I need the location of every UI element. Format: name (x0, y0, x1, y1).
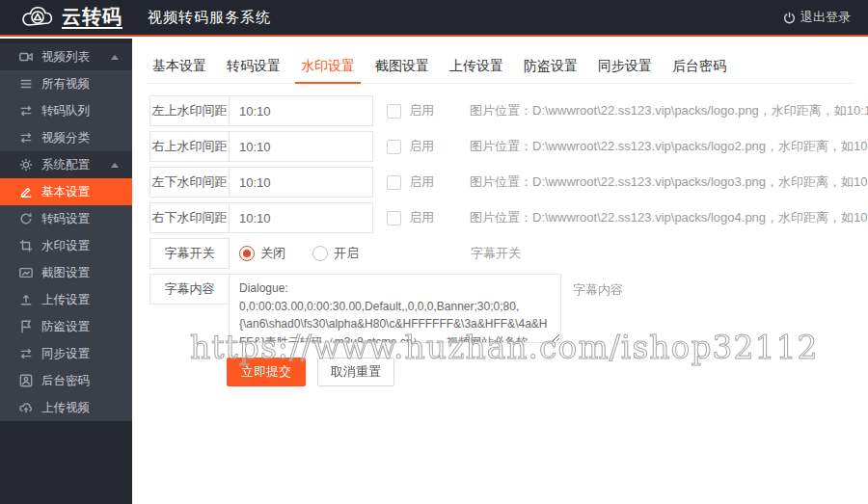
tab-upload-settings[interactable]: 上传设置 (444, 48, 509, 83)
enable-checkbox[interactable] (387, 140, 401, 154)
edit-icon (19, 185, 33, 199)
sidebar-item-label: 同步设置 (41, 346, 90, 362)
form-row-subtitle-content: 字幕内容 Dialogue: 0,0:00:03.00,0:00:30.00,D… (149, 274, 868, 343)
cloud-logo-icon (19, 5, 58, 30)
sidebar-item-video-list[interactable]: 视频列表 (0, 43, 132, 70)
video-camera-icon (19, 50, 33, 64)
tab-watermark-settings[interactable]: 水印设置 (295, 48, 361, 83)
subtitle-off-radio[interactable] (239, 246, 255, 261)
form-row-top-right-watermark: 右上水印间距 启用 图片位置：D:\wwwroot\22.ss123.vip\p… (149, 131, 868, 162)
sidebar-item-system-config[interactable]: 系统配置 (0, 151, 132, 178)
sidebar-item-label: 截图设置 (41, 265, 90, 281)
sidebar-item-video-category[interactable]: 视频分类 (0, 124, 132, 151)
field-label: 字幕开关 (149, 238, 230, 269)
sidebar-item-sync-settings[interactable]: 同步设置 (0, 340, 132, 367)
bottom-left-spacing-input[interactable] (229, 167, 373, 198)
logout-button[interactable]: 退出登录 (783, 9, 851, 26)
power-icon (783, 12, 796, 24)
sidebar-item-label: 基本设置 (41, 184, 90, 200)
enable-checkbox[interactable] (387, 175, 401, 190)
main-content: 基本设置 转码设置 水印设置 截图设置 上传设置 防盗设置 同步设置 后台密码 … (132, 39, 868, 504)
logout-label: 退出登录 (800, 9, 851, 26)
radio-label: 关闭 (260, 245, 285, 262)
sidebar-item-admin-password[interactable]: 后台密码 (0, 367, 132, 394)
field-label: 字幕内容 (149, 274, 230, 305)
field-label: 右下水印间距 (149, 202, 230, 233)
radio-label: 开启 (334, 245, 359, 262)
sidebar-item-label: 视频列表 (41, 49, 90, 66)
top-right-spacing-input[interactable] (229, 131, 373, 162)
tab-sync-settings[interactable]: 同步设置 (592, 48, 658, 83)
list-icon (19, 77, 33, 91)
subtitle-content-textarea[interactable]: Dialogue: 0,0:00:03.00,0:00:30.00,Defaul… (229, 274, 561, 343)
sidebar-item-transcode-queue[interactable]: 转码队列 (0, 97, 132, 124)
field-label: 右上水印间距 (149, 131, 230, 162)
sync-icon (19, 347, 33, 360)
tab-admin-password[interactable]: 后台密码 (666, 48, 732, 83)
form-row-top-left-watermark: 左上水印间距 启用 图片位置：D:\wwwroot\22.ss123.vip\p… (149, 95, 868, 126)
sidebar-item-watermark-settings[interactable]: 水印设置 (0, 232, 132, 259)
upload-icon (19, 293, 33, 306)
sidebar-item-label: 视频分类 (41, 130, 90, 146)
refresh-icon (19, 212, 33, 225)
app-logo[interactable]: 云转码 (0, 5, 122, 30)
checkbox-label: 启用 (409, 173, 434, 191)
checkbox-label: 启用 (409, 138, 434, 155)
sidebar-item-all-videos[interactable]: 所有视频 (0, 70, 132, 97)
enable-checkbox[interactable] (387, 104, 401, 119)
collapse-arrow-icon (111, 55, 119, 60)
sidebar-item-basic-settings[interactable]: 基本设置 (0, 178, 132, 205)
subtitle-switch-radio-group: 关闭 开启 (239, 238, 471, 269)
crop-icon (19, 239, 33, 252)
sidebar-item-label: 水印设置 (41, 238, 90, 254)
field-label: 左下水印间距 (149, 167, 230, 198)
sidebar: 视频列表 所有视频 转码队列 视频分类 系统配置 (0, 39, 132, 504)
sidebar-item-label: 转码队列 (41, 103, 90, 119)
flag-icon (19, 320, 33, 333)
exchange-icon (19, 104, 33, 118)
exchange-icon (19, 131, 33, 145)
form-row-bottom-right-watermark: 右下水印间距 启用 图片位置：D:\wwwroot\22.ss123.vip\p… (149, 202, 868, 233)
subtitle-on-radio[interactable] (312, 246, 328, 261)
field-hint: 图片位置：D:\wwwroot\22.ss123.vip\packs/logo4… (470, 209, 868, 226)
sidebar-item-label: 转码设置 (41, 211, 90, 227)
sidebar-item-antitheft-settings[interactable]: 防盗设置 (0, 313, 132, 340)
gear-icon (19, 158, 33, 172)
sidebar-item-upload-settings[interactable]: 上传设置 (0, 286, 132, 313)
checkbox-label: 启用 (409, 209, 434, 226)
submit-button[interactable]: 立即提交 (227, 358, 306, 386)
bottom-right-spacing-input[interactable] (229, 202, 373, 233)
field-hint: 字幕内容 (573, 274, 623, 299)
cloud-upload-icon (19, 401, 33, 414)
reset-button[interactable]: 取消重置 (317, 358, 394, 386)
field-hint: 图片位置：D:\wwwroot\22.ss123.vip\packs/logo3… (470, 173, 868, 191)
sidebar-item-screenshot-settings[interactable]: 截图设置 (0, 259, 132, 286)
enable-checkbox-group: 启用 (387, 167, 470, 198)
form-row-subtitle-switch: 字幕开关 关闭 开启 字幕开关 (149, 238, 868, 269)
app-window: 云转码 视频转码服务系统 退出登录 视频列表 所有视频 (0, 0, 868, 504)
form-row-bottom-left-watermark: 左下水印间距 启用 图片位置：D:\wwwroot\22.ss123.vip\p… (149, 167, 868, 198)
sidebar-item-label: 系统配置 (41, 157, 90, 173)
collapse-arrow-icon (111, 163, 119, 168)
watermark-settings-form: 左上水印间距 启用 图片位置：D:\wwwroot\22.ss123.vip\p… (132, 84, 868, 386)
sidebar-item-label: 上传视频 (41, 400, 90, 416)
logo-text: 云转码 (62, 6, 122, 29)
enable-checkbox-group: 启用 (387, 202, 470, 233)
sidebar-item-upload-video[interactable]: 上传视频 (0, 394, 132, 421)
tab-transcode-settings[interactable]: 转码设置 (221, 48, 286, 83)
tab-screenshot-settings[interactable]: 截图设置 (369, 48, 435, 83)
tab-basic-settings[interactable]: 基本设置 (147, 48, 212, 83)
sidebar-item-label: 上传设置 (41, 292, 90, 308)
enable-checkbox[interactable] (387, 211, 401, 225)
sidebar-item-transcode-settings[interactable]: 转码设置 (0, 205, 132, 232)
enable-checkbox-group: 启用 (387, 131, 470, 162)
settings-tabbar: 基本设置 转码设置 水印设置 截图设置 上传设置 防盗设置 同步设置 后台密码 (147, 48, 854, 84)
sidebar-item-label: 后台密码 (41, 373, 90, 389)
tab-antitheft-settings[interactable]: 防盗设置 (518, 48, 583, 83)
sidebar-item-label: 防盗设置 (41, 319, 90, 335)
field-label: 左上水印间距 (149, 95, 230, 126)
enable-checkbox-group: 启用 (387, 95, 470, 126)
checkbox-label: 启用 (409, 102, 434, 119)
field-hint: 字幕开关 (471, 245, 521, 262)
top-left-spacing-input[interactable] (229, 95, 373, 126)
